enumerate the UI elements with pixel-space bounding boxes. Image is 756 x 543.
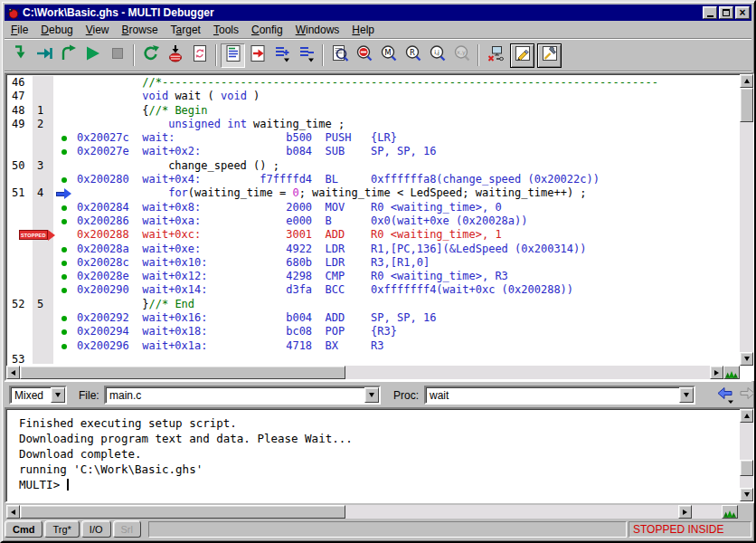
- code-line[interactable]: 0x200280 wait+0x4: f7ffffd4 BL 0xffffffa…: [8, 173, 738, 186]
- scroll-up-button[interactable]: [740, 409, 753, 423]
- close-button[interactable]: ×: [735, 6, 750, 19]
- breakpoint-dot-icon[interactable]: [61, 136, 67, 141]
- breakpoint-dot-icon[interactable]: [61, 316, 67, 321]
- console-vertical-scrollbar[interactable]: [740, 409, 753, 501]
- tab-cmd[interactable]: Cmd: [5, 520, 43, 538]
- line-number: 47: [12, 90, 24, 102]
- proc-combo[interactable]: wait: [424, 386, 695, 405]
- browse-button[interactable]: [327, 43, 352, 68]
- dropdown-button[interactable]: [51, 387, 65, 403]
- code-line[interactable]: 0x20027c wait: b500 PUSH {LR}: [8, 131, 738, 145]
- console-text[interactable]: Finished executing setup script.Download…: [8, 411, 738, 500]
- step-out-button[interactable]: [56, 43, 80, 68]
- registers-view-button[interactable]: R: [401, 43, 425, 68]
- goto-pc-button[interactable]: [245, 43, 269, 68]
- reload-icon: [191, 44, 209, 66]
- dropdown-button[interactable]: [679, 387, 694, 403]
- source-code-view[interactable]: 46 //*----------------------------------…: [8, 76, 738, 364]
- step-into-button[interactable]: [7, 43, 32, 68]
- scroll-thumb[interactable]: [20, 366, 345, 379]
- toolbar-separator: [477, 44, 479, 66]
- locals-view-button[interactable]: i,j: [425, 43, 449, 68]
- breakpoint-dot-icon[interactable]: [61, 288, 67, 293]
- scroll-down-button[interactable]: [740, 488, 753, 501]
- restart-button[interactable]: [138, 43, 163, 68]
- breakpoint-dot-icon[interactable]: [61, 329, 67, 335]
- tab-trg[interactable]: Trg*: [44, 520, 79, 538]
- menu-view[interactable]: View: [80, 22, 116, 38]
- menu-browse[interactable]: Browse: [116, 22, 165, 38]
- file-combo[interactable]: main.c: [104, 386, 381, 405]
- maximize-button[interactable]: [719, 6, 733, 19]
- pane-resize-button[interactable]: [722, 505, 738, 519]
- go-button[interactable]: [80, 43, 105, 68]
- disconnect-button[interactable]: [483, 43, 507, 68]
- view-mode-combo[interactable]: Mixed: [9, 386, 67, 405]
- code-line[interactable]: 0x200286 wait+0xa: e000 B 0x0(wait+0xe (…: [8, 214, 738, 228]
- expand-lines-button[interactable]: [269, 43, 294, 68]
- menu-windows[interactable]: Windows: [289, 22, 346, 38]
- halt-icon: [109, 44, 127, 66]
- scroll-up-button[interactable]: [740, 74, 753, 88]
- breakpoint-dot-icon[interactable]: [61, 219, 67, 224]
- code-line[interactable]: 481 {//* Begin: [8, 104, 738, 118]
- navigate-back-button[interactable]: [715, 385, 735, 405]
- code-text: //*-------------------------------------…: [77, 76, 658, 89]
- code-line[interactable]: 0x200292 wait+0x16: b004 ADD SP, SP, 16: [8, 311, 738, 325]
- step-over-button[interactable]: [32, 43, 56, 68]
- code-line[interactable]: 0x200294 wait+0x18: bc08 POP {R3}: [8, 325, 738, 338]
- menu-debug[interactable]: Debug: [34, 22, 79, 38]
- console-horizontal-scrollbar[interactable]: [6, 505, 722, 519]
- tab-io[interactable]: I/O: [81, 520, 111, 538]
- source-vertical-scrollbar[interactable]: [740, 74, 753, 366]
- scroll-thumb[interactable]: [20, 505, 345, 519]
- breakpoint-dot-icon[interactable]: [61, 344, 67, 349]
- code-line[interactable]: 0x200296 wait+0x1a: 4718 BX R3: [8, 339, 738, 353]
- dropdown-button[interactable]: [364, 387, 379, 403]
- pane-resize-button[interactable]: [723, 366, 740, 379]
- code-line[interactable]: 0x20027e wait+0x2: b084 SUB SP, SP, 16: [8, 145, 738, 158]
- breakpoint-dot-icon[interactable]: [61, 177, 67, 183]
- breakpoint-dot-icon[interactable]: [61, 274, 67, 280]
- scroll-right-button[interactable]: [710, 366, 723, 379]
- scroll-left-button[interactable]: [6, 366, 20, 379]
- breakpoint-dot-icon[interactable]: [61, 247, 67, 252]
- menu-file[interactable]: File: [5, 22, 34, 38]
- menu-help[interactable]: Help: [345, 22, 381, 38]
- editor-button[interactable]: [510, 43, 534, 68]
- code-line[interactable]: 525 }//* End: [8, 298, 738, 311]
- scroll-thumb[interactable]: [740, 88, 753, 122]
- code-line[interactable]: STOPPED0x200288 wait+0xc: 3001 ADD R0 <w…: [8, 228, 738, 242]
- code-line[interactable]: 0x20028e wait+0x12: 4298 CMP R0 <waiting…: [8, 270, 738, 283]
- code-line[interactable]: 47 void wait ( void ): [8, 90, 738, 103]
- builder-button[interactable]: [537, 43, 562, 68]
- source-window-button[interactable]: [221, 43, 245, 68]
- breakpoint-dot-icon[interactable]: [61, 149, 67, 155]
- menu-tools[interactable]: Tools: [207, 22, 245, 38]
- memory-view-button[interactable]: M: [376, 43, 401, 68]
- code-line[interactable]: 492 unsigned int waiting_time ;: [8, 118, 738, 131]
- breakpoint-button[interactable]: [163, 43, 187, 68]
- next-statement-arrow-icon: [56, 188, 72, 199]
- minimize-button[interactable]: [703, 6, 717, 19]
- code-line[interactable]: 0x20028c wait+0x10: 680b LDR R3,[R1,0]: [8, 256, 738, 270]
- scroll-right-button[interactable]: [678, 505, 692, 519]
- scroll-down-button[interactable]: [740, 352, 753, 366]
- code-line[interactable]: 46 //*----------------------------------…: [8, 76, 738, 90]
- scroll-thumb[interactable]: [740, 460, 753, 476]
- source-horizontal-scrollbar[interactable]: [6, 366, 723, 379]
- scroll-left-button[interactable]: [6, 505, 20, 519]
- breakpoint-dot-icon[interactable]: [61, 261, 67, 266]
- breakpoints-view-button[interactable]: [352, 43, 376, 68]
- code-line[interactable]: 0x200284 wait+0x8: 2000 MOV R0 <waiting_…: [8, 201, 738, 214]
- code-line[interactable]: 53: [8, 353, 738, 364]
- breakpoint-dot-icon[interactable]: [61, 205, 67, 211]
- code-line[interactable]: 0x20028a wait+0xe: 4922 LDR R1,[PC,136](…: [8, 243, 738, 256]
- menu-config[interactable]: Config: [245, 22, 289, 38]
- code-line[interactable]: 514 for(waiting_time = 0; waiting_time <…: [8, 186, 738, 200]
- code-line[interactable]: 503 change_speed () ;: [8, 159, 738, 173]
- reload-button[interactable]: [187, 43, 212, 68]
- menu-target[interactable]: Target: [165, 22, 207, 38]
- code-line[interactable]: 0x200290 wait+0x14: d3fa BCC 0xfffffff4(…: [8, 283, 738, 297]
- collapse-lines-button[interactable]: [294, 43, 318, 68]
